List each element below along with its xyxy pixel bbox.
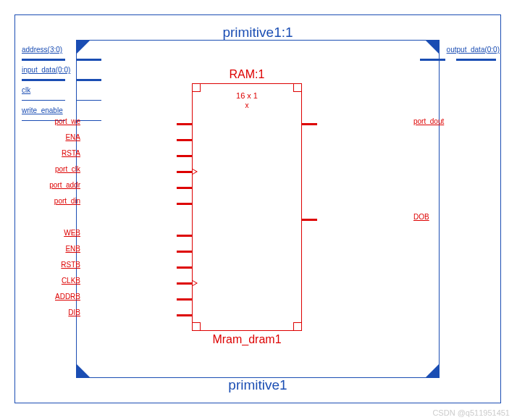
wire [22,100,65,101]
pin-stub [177,155,193,157]
pin-stub [177,139,193,141]
primitive-title-bottom: primitive1 [77,377,439,393]
port-label: output_data(0:0) [447,46,500,54]
pin-label: port_din [54,197,80,205]
diagram-canvas: primitive1:1 primitive1 address(3:0)inpu… [0,0,517,420]
pin-stub [177,187,193,189]
pin-label: port_dout [413,117,444,125]
wire [76,79,101,81]
pin-stub [177,251,193,253]
input-port: address(3:0) [22,54,101,64]
ram-instance-name: Mram_dram1 [193,333,301,346]
pin-label: ENA [65,133,80,141]
pin-stub [177,235,193,237]
wire [456,59,496,61]
corner-icon [426,41,439,54]
pin-stub [301,123,317,125]
pin-label: DIB [68,308,80,316]
port-label: address(3:0) [22,46,62,54]
primitive-title-top: primitive1:1 [77,25,439,41]
pin-label: DOB [413,213,429,221]
pin-stub [177,314,193,316]
corner-icon [77,364,90,377]
ram-block: RAM:1 Mram_dram1 16 x 1 x port_weENARSTA… [192,83,302,331]
pin-label: ADDRB [55,293,80,301]
ram-title: RAM:1 [193,68,301,81]
corner-icon [77,41,90,54]
watermark: CSDN @q511951451 [432,408,510,417]
pin-stub [177,203,193,205]
notch-icon [192,322,201,331]
pin-label: port_we [54,117,80,125]
corner-icon [426,364,439,377]
port-label: write_enable [22,106,63,114]
input-port: clk [22,95,101,105]
pin-stub [177,266,193,269]
output-port: output_data(0:0) [420,54,500,64]
ram-dimensions: 16 x 1 [193,91,301,100]
wire [22,59,65,61]
pin-label: RSTB [61,261,80,269]
pin-stub [177,123,193,125]
ram-x-label: x [193,101,301,109]
pin-label: RSTA [62,149,80,157]
wire [22,79,65,81]
input-port: input_data(0:0) [22,75,101,85]
pin-stub [177,282,193,285]
wire [420,59,445,61]
pin-stub [301,219,317,221]
pin-stub [177,171,193,173]
pin-label: ENB [65,245,80,253]
pin-label: CLKB [62,277,80,285]
pin-label: port_clk [55,165,80,173]
notch-icon [293,322,302,331]
wire [76,100,101,101]
pin-label: WEB [64,229,80,237]
port-label: input_data(0:0) [22,66,70,74]
wire [76,59,101,61]
pin-label: port_addr [49,181,80,189]
pin-stub [177,298,193,301]
port-label: clk [22,86,30,94]
